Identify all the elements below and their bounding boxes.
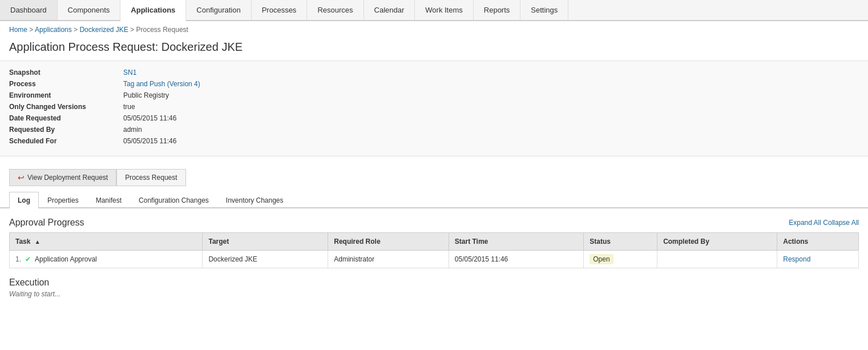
approval-progress-title: Approval Progress [9, 218, 84, 228]
tab-configuration-changes[interactable]: Configuration Changes [130, 192, 217, 208]
approval-progress-header: Approval Progress Expand All Collapse Al… [0, 215, 868, 232]
nav-reports[interactable]: Reports [474, 0, 521, 20]
info-value-environment: Public Registry [123, 91, 169, 99]
task-cell: 1. ✔ Application Approval [10, 251, 203, 268]
page-title: Application Process Request: Dockerized … [0, 38, 868, 61]
breadcrumb-home[interactable]: Home [9, 26, 27, 34]
info-row-date-requested: Date Requested 05/05/2015 11:46 [9, 112, 859, 124]
nav-configuration[interactable]: Configuration [186, 0, 251, 20]
info-label-date-requested: Date Requested [9, 114, 123, 122]
nav-calendar[interactable]: Calendar [364, 0, 415, 20]
breadcrumb-dockerized-jke[interactable]: Dockerized JKE [79, 26, 128, 34]
info-label-only-changed: Only Changed Versions [9, 103, 123, 111]
nav-settings[interactable]: Settings [520, 0, 568, 20]
expand-all-link[interactable]: Expand All [789, 219, 821, 227]
actions-cell: Respond [777, 251, 859, 268]
breadcrumb: Home > Applications > Dockerized JKE > P… [0, 21, 868, 38]
tab-manifest[interactable]: Manifest [87, 192, 130, 208]
info-label-scheduled-for: Scheduled For [9, 137, 123, 145]
info-label-environment: Environment [9, 91, 123, 99]
col-header-completed-by: Completed By [657, 233, 777, 251]
process-request-label: Process Request [125, 174, 177, 182]
info-value-date-requested: 05/05/2015 11:46 [123, 114, 176, 122]
col-header-status: Status [584, 233, 657, 251]
respond-link[interactable]: Respond [783, 255, 810, 263]
info-value-only-changed: true [123, 103, 135, 111]
col-task-label: Task [15, 238, 30, 246]
execution-title: Execution [9, 277, 859, 288]
nav-applications[interactable]: Applications [120, 0, 186, 21]
info-label-process: Process [9, 80, 123, 88]
info-label-requested-by: Requested By [9, 126, 123, 134]
start-time-cell: 05/05/2015 11:46 [449, 251, 583, 268]
expand-collapse-controls: Expand All Collapse All [789, 219, 859, 227]
approval-table-container: Task ▲ Target Required Role Start Time S… [0, 232, 868, 268]
execution-section: Execution Waiting to start... [0, 268, 868, 303]
action-buttons: ↩ View Deployment Request Process Reques… [0, 163, 868, 192]
top-navigation: Dashboard Components Applications Config… [0, 0, 868, 21]
tab-log[interactable]: Log [9, 192, 39, 208]
nav-components[interactable]: Components [58, 0, 121, 20]
tab-properties[interactable]: Properties [39, 192, 87, 208]
tab-inventory-changes[interactable]: Inventory Changes [217, 192, 292, 208]
info-value-scheduled-for: 05/05/2015 11:46 [123, 137, 176, 145]
execution-status: Waiting to start... [9, 290, 859, 298]
sort-icon: ▲ [35, 239, 41, 245]
status-cell: Open [584, 251, 657, 268]
task-name: Application Approval [35, 255, 97, 263]
tab-bar: Log Properties Manifest Configuration Ch… [0, 192, 868, 208]
snapshot-link[interactable]: SN1 [123, 69, 136, 77]
col-header-target: Target [203, 233, 328, 251]
nav-resources[interactable]: Resources [307, 0, 364, 20]
status-badge: Open [590, 254, 613, 264]
process-link[interactable]: Tag and Push (Version 4) [123, 80, 200, 88]
approval-table: Task ▲ Target Required Role Start Time S… [9, 232, 859, 268]
check-icon: ✔ [25, 255, 31, 263]
col-header-task[interactable]: Task ▲ [10, 233, 203, 251]
info-row-only-changed: Only Changed Versions true [9, 101, 859, 112]
nav-processes[interactable]: Processes [252, 0, 308, 20]
completed-by-cell [657, 251, 777, 268]
table-header-row: Task ▲ Target Required Role Start Time S… [10, 233, 859, 251]
nav-dashboard[interactable]: Dashboard [0, 0, 58, 20]
task-number: 1. [15, 255, 21, 263]
deployment-icon: ↩ [18, 173, 25, 182]
info-row-process: Process Tag and Push (Version 4) [9, 78, 859, 90]
table-row: 1. ✔ Application Approval Dockerized JKE… [10, 251, 859, 268]
info-label-snapshot: Snapshot [9, 69, 123, 77]
col-header-start-time: Start Time [449, 233, 583, 251]
required-role-cell: Administrator [328, 251, 449, 268]
view-deployment-label: View Deployment Request [27, 174, 108, 182]
col-header-actions: Actions [777, 233, 859, 251]
view-deployment-button[interactable]: ↩ View Deployment Request [9, 169, 116, 186]
target-cell: Dockerized JKE [203, 251, 328, 268]
process-request-button[interactable]: Process Request [116, 169, 185, 186]
info-row-environment: Environment Public Registry [9, 90, 859, 101]
info-row-requested-by: Requested By admin [9, 124, 859, 135]
info-row-scheduled-for: Scheduled For 05/05/2015 11:46 [9, 135, 859, 147]
info-value-requested-by: admin [123, 126, 142, 134]
info-value-snapshot: SN1 [123, 69, 136, 77]
info-row-snapshot: Snapshot SN1 [9, 67, 859, 78]
info-value-process: Tag and Push (Version 4) [123, 80, 200, 88]
col-header-required-role: Required Role [328, 233, 449, 251]
breadcrumb-process-request: Process Request [136, 26, 188, 34]
info-section: Snapshot SN1 Process Tag and Push (Versi… [0, 61, 868, 156]
collapse-all-link[interactable]: Collapse All [823, 219, 859, 227]
nav-work-items[interactable]: Work Items [415, 0, 474, 20]
breadcrumb-applications[interactable]: Applications [35, 26, 72, 34]
